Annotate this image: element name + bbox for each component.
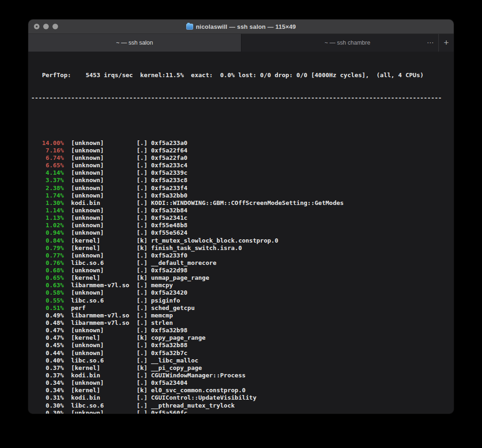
perf-row-symbol: [unknown] [.] 0xf5a22f64 xyxy=(64,147,187,154)
perf-row-percent: 1.13% xyxy=(31,214,64,221)
perf-row: 0.47% [kernel] [k] copy_page_range xyxy=(31,334,451,342)
perf-row-percent: 0.65% xyxy=(31,274,64,281)
perf-row-percent: 0.34% xyxy=(31,387,64,394)
perf-row: 0.84% [kernel] [k] rt_mutex_slowlock_blo… xyxy=(31,237,451,244)
tab-label: ~ — ssh chambre xyxy=(325,40,370,46)
perf-row-percent: 6.74% xyxy=(31,154,64,161)
perf-row-symbol: [kernel] [k] rt_mutex_slowlock_block.con… xyxy=(64,237,278,244)
perf-row-percent: 4.14% xyxy=(31,169,64,176)
tab-ssh-salon[interactable]: ~ — ssh salon xyxy=(28,34,241,52)
perf-row-symbol: [unknown] [.] 0xf5a233c4 xyxy=(64,162,187,169)
new-tab-button[interactable]: + xyxy=(439,34,454,52)
close-button[interactable] xyxy=(34,24,39,29)
perf-row-symbol: [unknown] [.] 0xf5a32b7c xyxy=(64,349,187,356)
perf-row: 1.02% [unknown] [.] 0xf55e48b8 xyxy=(31,222,451,229)
perf-row-symbol: [unknown] [.] 0xf5a32bb0 xyxy=(64,192,187,199)
perf-row-symbol: [kernel] [k] el0_svc_common.constprop.0 xyxy=(64,387,245,394)
perf-row: 4.14% [unknown] [.] 0xf5a2339c xyxy=(31,169,451,177)
title-bar[interactable]: nicolaswill — ssh salon — 115×49 xyxy=(28,20,454,33)
perf-row-symbol: [kernel] [k] unmap_page_range xyxy=(64,274,209,281)
perf-row-symbol: [unknown] [.] 0xf55e5624 xyxy=(64,229,187,236)
perf-row-symbol: [kernel] [k] finish_task_switch.isra.0 xyxy=(64,244,242,251)
perf-row-percent: 0.48% xyxy=(31,319,64,326)
perf-row-symbol: perf [.] sched_getcpu xyxy=(64,304,195,311)
perf-row-percent: 7.16% xyxy=(31,147,64,154)
perf-row: 1.14% [unknown] [.] 0xf5a32b84 xyxy=(31,207,451,214)
perf-row-symbol: libarmmem-v7l.so [.] memcmp xyxy=(64,312,173,319)
perf-row: 0.48% libarmmem-v7l.so [.] strlen xyxy=(31,319,451,327)
perf-row: 0.34% [unknown] [.] 0xf5a23404 xyxy=(31,379,451,387)
perf-row-percent: 0.79% xyxy=(31,244,64,251)
perftop-header: PerfTop: 5453 irqs/sec kernel:11.5% exac… xyxy=(31,72,451,79)
perf-row-symbol: [kernel] [k] __pi_copy_page xyxy=(64,364,202,371)
perf-row-percent: 2.38% xyxy=(31,184,64,191)
perf-row: 0.49% libarmmem-v7l.so [.] memcmp xyxy=(31,312,451,319)
perf-row-percent: 0.45% xyxy=(31,342,64,349)
perf-row-percent: 6.65% xyxy=(31,162,64,169)
perf-row: 0.58% [unknown] [.] 0xf5a23420 xyxy=(31,289,451,296)
perf-row: 6.65% [unknown] [.] 0xf5a233c4 xyxy=(31,162,451,169)
perf-row-percent: 0.58% xyxy=(31,289,64,296)
perf-row-symbol: [unknown] [.] 0xf5a22d98 xyxy=(64,267,187,274)
perf-row-symbol: [unknown] [.] 0xf5a22fa0 xyxy=(64,154,187,161)
perf-row-symbol: [unknown] [.] 0xf55e48b8 xyxy=(64,222,187,229)
perf-row: 0.65% [kernel] [k] unmap_page_range xyxy=(31,274,451,282)
perf-row-symbol: [unknown] [.] 0xf5a23404 xyxy=(64,379,187,386)
perf-row: 0.30% libc.so.6 [.] __pthread_mutex_tryl… xyxy=(31,402,451,409)
folder-proxy-icon[interactable] xyxy=(186,24,193,30)
terminal-content[interactable]: PerfTop: 5453 irqs/sec kernel:11.5% exac… xyxy=(28,52,454,414)
perf-row-percent: 3.37% xyxy=(31,177,64,184)
perf-row: 6.74% [unknown] [.] 0xf5a22fa0 xyxy=(31,154,451,162)
perf-row-percent: 0.84% xyxy=(31,237,64,244)
perf-row: 1.74% [unknown] [.] 0xf5a32bb0 xyxy=(31,192,451,199)
perf-row: 0.45% [unknown] [.] 0xf5a32b88 xyxy=(31,342,451,349)
perf-row-symbol: [unknown] [.] 0xf5a2339c xyxy=(64,169,187,176)
terminal-window: nicolaswill — ssh salon — 115×49 ~ — ssh… xyxy=(28,20,454,414)
perf-row: 0.94% [unknown] [.] 0xf55e5624 xyxy=(31,229,451,237)
perf-row: 0.31% kodi.bin [.] CGUIControl::UpdateVi… xyxy=(31,394,451,402)
perf-row-percent: 0.94% xyxy=(31,229,64,236)
perf-row-percent: 1.14% xyxy=(31,207,64,214)
perf-row-symbol: kodi.bin [.] KODI::WINDOWING::GBM::COffS… xyxy=(64,199,344,206)
perf-row-symbol: [unknown] [.] 0xf5a32b88 xyxy=(64,342,187,349)
perf-row: 0.68% [unknown] [.] 0xf5a22d98 xyxy=(31,267,451,274)
perf-row: 1.30% kodi.bin [.] KODI::WINDOWING::GBM:… xyxy=(31,199,451,207)
perf-row: 2.38% [unknown] [.] 0xf5a233f4 xyxy=(31,184,451,192)
perf-row-symbol: [unknown] [.] 0xf5a32b98 xyxy=(64,327,187,334)
perf-row: 14.00% [unknown] [.] 0xf5a233a0 xyxy=(31,139,451,147)
title-area: nicolaswill — ssh salon — 115×49 xyxy=(28,23,454,30)
perf-row: 0.77% [unknown] [.] 0xf5a233f0 xyxy=(31,252,451,259)
separator-line: ----------------------------------------… xyxy=(31,94,451,102)
perf-row: 0.79% [kernel] [k] finish_task_switch.is… xyxy=(31,244,451,252)
perf-row-percent: 1.74% xyxy=(31,192,64,199)
blank-line xyxy=(31,117,451,124)
perf-row-percent: 0.76% xyxy=(31,259,64,266)
perf-row-percent: 0.40% xyxy=(31,357,64,364)
perf-row-symbol: [unknown] [.] 0xf5a560fc xyxy=(64,409,187,414)
perf-row-percent: 0.44% xyxy=(31,349,64,356)
perf-row: 0.76% libc.so.6 [.] __default_morecore xyxy=(31,259,451,267)
perf-row-symbol: kodi.bin [.] CGUIWindowManager::Process xyxy=(64,372,245,379)
tab-overflow-icon[interactable]: ⋯ xyxy=(422,34,438,52)
perf-row: 0.44% [unknown] [.] 0xf5a32b7c xyxy=(31,349,451,357)
perf-row: 0.30% [unknown] [.] 0xf5a560fc xyxy=(31,409,451,414)
perf-row-percent: 0.30% xyxy=(31,402,64,409)
zoom-button[interactable] xyxy=(52,24,58,29)
perf-row: 0.63% libarmmem-v7l.so [.] memcpy xyxy=(31,282,451,289)
perf-row-symbol: [kernel] [k] copy_page_range xyxy=(64,334,205,341)
perf-row: 0.47% [unknown] [.] 0xf5a32b98 xyxy=(31,327,451,334)
perf-row-symbol: libarmmem-v7l.so [.] strlen xyxy=(64,319,173,326)
perf-row: 3.37% [unknown] [.] 0xf5a233c8 xyxy=(31,177,451,184)
perf-row: 0.37% [kernel] [k] __pi_copy_page xyxy=(31,364,451,372)
perf-row: 0.51% perf [.] sched_getcpu xyxy=(31,304,451,312)
tab-ssh-chambre[interactable]: ~ — ssh chambre ⋯ + xyxy=(241,34,454,52)
tab-bar-controls: ⋯ + xyxy=(422,34,454,52)
perf-row: 1.13% [unknown] [.] 0xf5a2341c xyxy=(31,214,451,222)
minimize-button[interactable] xyxy=(43,24,49,29)
perf-row-percent: 0.47% xyxy=(31,334,64,341)
tab-bar: ~ — ssh salon ~ — ssh chambre ⋯ + xyxy=(28,33,454,52)
perf-row-symbol: libc.so.6 [.] __pthread_mutex_trylock xyxy=(64,402,234,409)
perf-row-symbol: [unknown] [.] 0xf5a233f4 xyxy=(64,184,187,191)
perf-row-symbol: [unknown] [.] 0xf5a233c8 xyxy=(64,177,187,184)
perf-row-percent: 0.37% xyxy=(31,372,64,379)
